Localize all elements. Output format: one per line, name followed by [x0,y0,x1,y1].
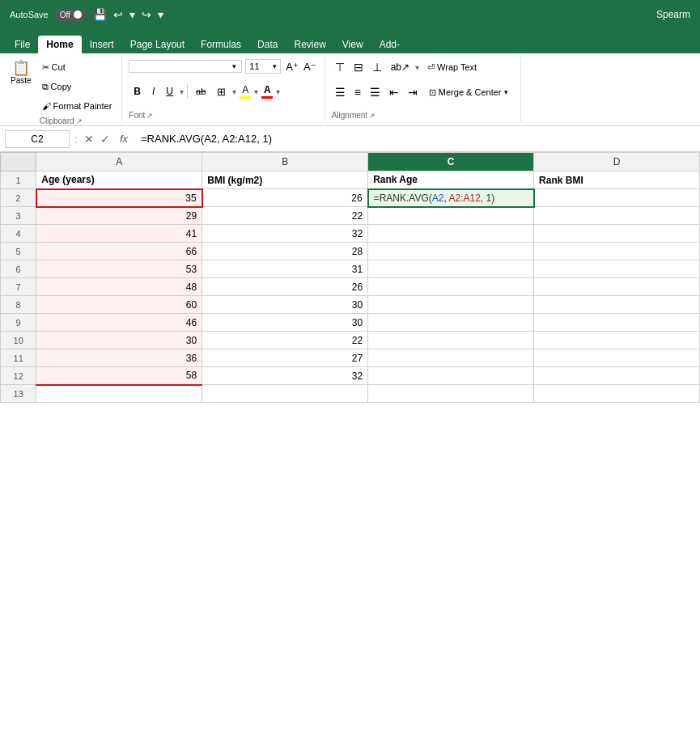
cell-c3[interactable] [368,207,534,225]
cell-c10[interactable] [368,332,534,349]
cell-b6[interactable]: 31 [202,260,368,278]
cell-c4[interactable] [368,225,534,243]
cell-b9[interactable]: 30 [202,314,368,332]
tab-page-layout[interactable]: Page Layout [122,36,193,53]
redo-icon[interactable]: ↪ [142,8,151,21]
cell-c11[interactable] [368,349,534,367]
paste-button[interactable]: 📋 Paste [6,58,36,87]
cell-b11[interactable]: 27 [202,349,368,367]
col-header-c[interactable]: C [368,153,534,171]
alignment-expand-icon[interactable]: ↗ [369,112,375,120]
align-top-button[interactable]: ⊤ [332,59,348,75]
copy-button[interactable]: ⧉ Copy [39,78,116,95]
cell-d9[interactable] [534,314,700,332]
cell-b12[interactable]: 32 [202,367,368,385]
header-rank-bmi[interactable]: Rank BMI [534,171,700,189]
cell-c12[interactable] [368,367,534,385]
fill-dropdown[interactable]: ▾ [254,87,258,96]
cell-c8[interactable] [368,296,534,314]
cell-a8[interactable]: 60 [36,296,202,314]
bold-button[interactable]: B [129,83,146,99]
cell-a13[interactable] [36,385,202,403]
increase-font-size-button[interactable]: A⁺ [284,61,300,73]
cell-b7[interactable]: 26 [202,278,368,296]
tab-add[interactable]: Add- [371,36,408,53]
cell-a4[interactable]: 41 [36,225,202,243]
spreadsheet-container[interactable]: A B C D 1 Age (years) BMI (kg/m2) Rank A… [0,152,700,709]
tab-formulas[interactable]: Formulas [193,36,249,53]
align-center-button[interactable]: ≡ [351,84,364,100]
font-expand-icon[interactable]: ↗ [146,112,153,120]
font-size-selector[interactable]: 11 ▾ [245,59,281,74]
cell-c6[interactable] [368,260,534,278]
cell-b5[interactable]: 28 [202,243,368,260]
cell-b4[interactable]: 32 [202,225,368,243]
cell-a11[interactable]: 36 [36,349,202,367]
cell-b8[interactable]: 30 [202,296,368,314]
cell-b3[interactable]: 22 [202,207,368,225]
wrap-text-button[interactable]: ⏎ Wrap Text [422,60,482,75]
formula-input[interactable] [136,130,695,147]
col-header-d[interactable]: D [534,153,700,171]
cell-d11[interactable] [534,349,700,367]
tab-insert[interactable]: Insert [82,36,122,53]
increase-indent-button[interactable]: ⇥ [405,84,421,100]
italic-button[interactable]: I [147,83,159,99]
cell-a2[interactable]: 35 [36,189,202,207]
cut-button[interactable]: ✂ Cut [39,58,116,76]
merge-dropdown[interactable]: ▾ [504,88,508,96]
cell-a12[interactable]: 58 [36,367,202,385]
cell-a6[interactable]: 53 [36,260,202,278]
tab-review[interactable]: Review [286,36,333,53]
tab-file[interactable]: File [6,36,38,53]
tab-view[interactable]: View [334,36,371,53]
cell-a5[interactable]: 66 [36,243,202,260]
merge-center-button[interactable]: ⊡ Merge & Center ▾ [423,85,514,100]
strikethrough-button[interactable]: ab [191,84,210,99]
col-header-b[interactable]: B [202,153,368,171]
cell-ref-box[interactable]: C2 [5,130,70,148]
cell-d6[interactable] [534,260,700,278]
cell-a9[interactable]: 46 [36,314,202,332]
tab-home[interactable]: Home [38,36,81,53]
header-rank-age[interactable]: Rank Age [368,171,534,189]
cell-c2[interactable]: =RANK.AVG(A2, A2:A12, 1) [368,189,534,207]
cancel-icon[interactable]: ✕ [83,131,95,147]
cell-b2[interactable]: 26 [202,189,368,207]
align-middle-button[interactable]: ⊟ [350,59,367,75]
cell-a7[interactable]: 48 [36,278,202,296]
col-header-a[interactable]: A [36,153,202,171]
cell-d3[interactable] [534,207,700,225]
orientation-dropdown[interactable]: ▾ [415,63,419,72]
border-button[interactable]: ⊞ [212,83,231,100]
align-bottom-button[interactable]: ⊥ [369,59,385,75]
decrease-indent-button[interactable]: ⇤ [386,84,402,100]
cell-c7[interactable] [368,278,534,296]
fx-label[interactable]: fx [115,131,133,146]
cell-d7[interactable] [534,278,700,296]
cell-b10[interactable]: 22 [202,332,368,349]
font-dropdown-icon[interactable]: ▾ [232,62,236,70]
underline-dropdown[interactable]: ▾ [180,87,184,96]
format-painter-button[interactable]: 🖌 Format Painter [39,97,116,115]
confirm-icon[interactable]: ✓ [99,131,112,147]
cell-d10[interactable] [534,332,700,349]
cell-a3[interactable]: 29 [36,207,202,225]
clipboard-expand-icon[interactable]: ↗ [76,117,83,125]
tab-data[interactable]: Data [249,36,286,53]
autosave-toggle[interactable]: Off [55,9,87,21]
border-dropdown[interactable]: ▾ [232,87,236,96]
cell-b13[interactable] [202,385,368,403]
font-size-dropdown-icon[interactable]: ▾ [273,62,277,70]
save-icon[interactable]: 💾 [93,8,107,21]
cell-d12[interactable] [534,367,700,385]
more-undo-icon[interactable]: ▾ [129,8,135,21]
header-bmi[interactable]: BMI (kg/m2) [202,171,368,189]
font-color-dropdown[interactable]: ▾ [276,87,280,96]
header-age[interactable]: Age (years) [36,171,202,189]
cell-d13[interactable] [534,385,700,403]
cell-d5[interactable] [534,243,700,260]
cell-c13[interactable] [368,385,534,403]
align-right-button[interactable]: ☰ [367,84,384,100]
cell-d8[interactable] [534,296,700,314]
